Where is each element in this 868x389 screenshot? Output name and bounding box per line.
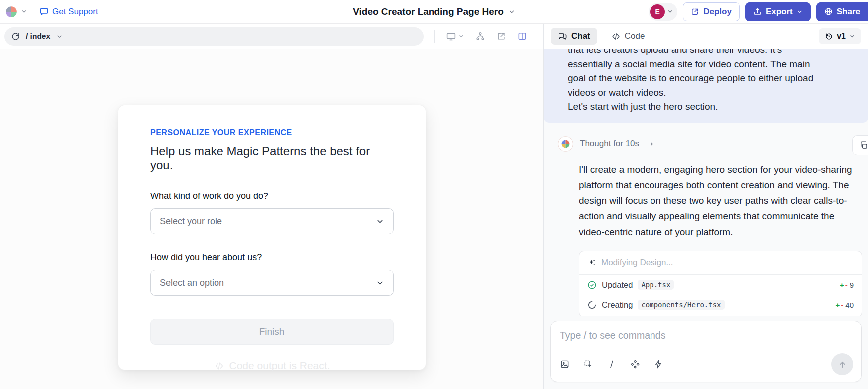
select-element-icon (583, 359, 593, 369)
diff-stats: + - 9 (840, 281, 854, 289)
user-message-line: goal of the website is to encourage peop… (568, 71, 859, 86)
design-system-button[interactable] (630, 359, 640, 369)
chevron-down-icon (667, 8, 673, 15)
chat-bubbles-icon (558, 32, 567, 41)
globe-icon (824, 7, 833, 16)
lightning-icon (653, 359, 663, 369)
assistant-message: I'll create a modern, engaging hero sect… (579, 162, 861, 240)
diamonds-icon (630, 359, 640, 369)
top-header: Get Support Video Creator Landing Page H… (0, 0, 868, 24)
diff-minus-sign: - (841, 301, 843, 309)
url-bar[interactable]: / index (4, 27, 424, 46)
account-menu[interactable]: E (649, 3, 677, 21)
preview-canvas: PERSONALIZE YOUR EXPERIENCE Help us make… (0, 49, 543, 389)
avatar: E (650, 4, 665, 19)
arrow-up-icon (838, 360, 847, 369)
attach-image-button[interactable] (560, 359, 570, 369)
chat-toolbar: Chat Code v1 (544, 24, 868, 49)
user-message-line: that lets creators upload and share thei… (568, 49, 859, 57)
role-question-label: What kind of work do you do? (150, 191, 394, 201)
chevron-down-icon (458, 33, 464, 39)
magic-patterns-logo-icon[interactable] (5, 5, 18, 18)
chevron-down-icon (21, 8, 27, 15)
send-button[interactable] (831, 353, 853, 375)
chevron-down-icon (797, 9, 803, 15)
magic-patterns-app: Get Support Video Creator Landing Page H… (0, 0, 868, 389)
project-title-menu[interactable]: Video Creator Landing Page Hero (353, 6, 515, 17)
file-action: Updated (602, 280, 633, 290)
deploy-label: Deploy (703, 7, 732, 17)
file-change-row[interactable]: Creating components/Hero.tsx + - 40 (579, 295, 862, 316)
chat-panel: Chat Code v1 (544, 24, 868, 389)
tab-code-label: Code (625, 31, 645, 41)
check-circle-icon (587, 280, 597, 290)
slash-icon (607, 359, 617, 369)
workspace-menu-chevron[interactable] (21, 8, 27, 15)
split-view-toggle[interactable] (515, 29, 529, 43)
chat-bubble-icon (39, 7, 49, 16)
modal-eyebrow: PERSONALIZE YOUR EXPERIENCE (150, 128, 394, 137)
file-name-chip: App.tsx (638, 280, 674, 290)
file-name-chip: components/Hero.tsx (638, 300, 724, 310)
tab-code[interactable]: Code (604, 28, 652, 45)
code-output-note-text: Code output is React. (229, 360, 330, 372)
diff-plus-sign: + (836, 301, 840, 309)
user-message: that lets creators upload and share thei… (544, 49, 868, 123)
diff-count: 9 (850, 281, 854, 289)
chevron-down-icon (376, 217, 384, 226)
slash-command-button[interactable] (607, 359, 617, 369)
user-message-line: Let's start with just the hero section. (568, 100, 859, 114)
get-support-label: Get Support (52, 7, 98, 17)
referral-question-label: How did you hear about us? (150, 252, 394, 263)
code-output-note: Code output is React. (118, 360, 426, 372)
diff-minus-sign: - (845, 281, 848, 289)
copy-message-button[interactable] (852, 135, 868, 155)
export-label: Export (766, 7, 793, 17)
quick-actions-button[interactable] (653, 359, 663, 369)
select-element-button[interactable] (583, 359, 593, 369)
export-button[interactable]: Export (745, 2, 811, 21)
refresh-icon[interactable] (11, 32, 20, 41)
diff-stats: + - 40 (836, 301, 854, 309)
tab-chat-label: Chat (571, 31, 590, 41)
chevron-down-icon (849, 33, 855, 39)
deploy-button[interactable]: Deploy (683, 2, 740, 21)
thought-toggle[interactable]: Thought for 10s (558, 136, 868, 152)
route-path: / index (26, 32, 50, 41)
image-icon (560, 359, 570, 369)
diff-plus-sign: + (840, 281, 844, 289)
personalize-modal: PERSONALIZE YOUR EXPERIENCE Help us make… (118, 105, 426, 370)
tab-chat[interactable]: Chat (551, 28, 597, 45)
status-label: Modifying Design... (601, 258, 673, 268)
external-link-icon (691, 7, 699, 16)
role-select-placeholder: Select your role (160, 216, 222, 227)
chat-input[interactable] (560, 330, 853, 341)
get-support-button[interactable]: Get Support (39, 7, 98, 17)
referral-select-placeholder: Select an option (160, 278, 224, 288)
referral-select[interactable]: Select an option (150, 270, 394, 296)
spinner-icon (587, 300, 597, 310)
role-select[interactable]: Select your role (150, 208, 394, 234)
generation-status-card: Modifying Design... Updated App.tsx + - … (579, 251, 862, 316)
composer-area (544, 316, 868, 389)
arrow-up-right-icon (496, 31, 506, 41)
component-tree-icon (475, 31, 485, 41)
open-in-new-window-button[interactable] (494, 29, 508, 43)
file-change-row[interactable]: Updated App.tsx + - 9 (579, 275, 862, 295)
chevron-down-icon (376, 279, 384, 287)
finish-button[interactable]: Finish (150, 319, 394, 345)
status-row: Modifying Design... (579, 251, 862, 275)
diff-count: 40 (845, 301, 854, 309)
component-tree-button[interactable] (473, 29, 487, 43)
version-history-button[interactable]: v1 (819, 28, 861, 44)
page-title: Video Creator Landing Page Hero (353, 6, 504, 17)
file-action: Creating (602, 300, 633, 310)
history-icon (825, 32, 833, 41)
share-button[interactable]: Share (816, 2, 868, 21)
columns-icon (517, 31, 527, 41)
viewport-size-button[interactable] (444, 29, 466, 44)
assistant-avatar (558, 136, 573, 152)
chevron-right-icon (649, 141, 655, 147)
chat-log: that lets creators upload and share thei… (544, 49, 868, 316)
upload-icon (753, 7, 762, 16)
